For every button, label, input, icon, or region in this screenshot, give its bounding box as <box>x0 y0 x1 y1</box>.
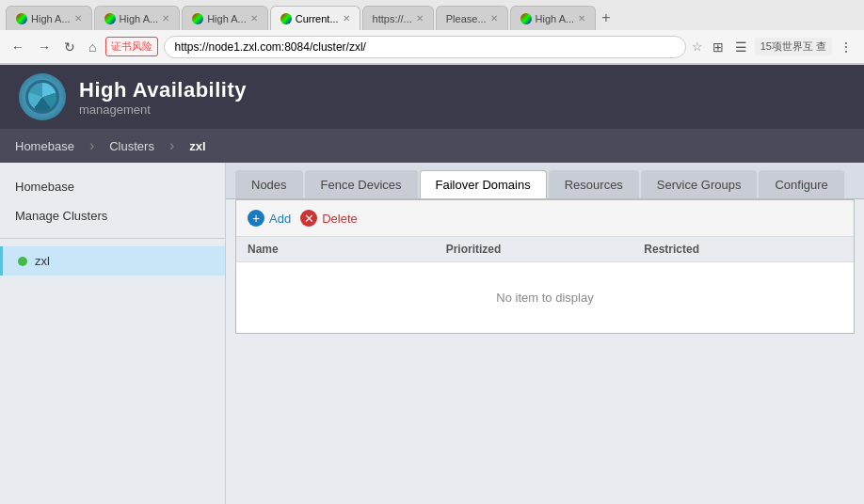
app-subtitle: management <box>79 102 151 117</box>
content-panel: + Add ✕ Delete Name Prioritized Restrict… <box>235 199 855 334</box>
app-logo <box>19 73 66 120</box>
column-restricted: Restricted <box>644 243 842 256</box>
forward-button[interactable]: → <box>34 38 55 56</box>
app-header: High Availability management <box>0 65 864 129</box>
add-icon: + <box>248 210 264 227</box>
tab-nodes[interactable]: Nodes <box>235 170 303 198</box>
table-header: Name Prioritized Restricted <box>236 237 854 262</box>
delete-label: Delete <box>322 212 358 226</box>
delete-button[interactable]: ✕ Delete <box>300 210 358 227</box>
tab-resources[interactable]: Resources <box>549 170 639 198</box>
tab-configure[interactable]: Configure <box>759 170 843 198</box>
sidebar-item-homebase[interactable]: Homebase <box>0 172 225 201</box>
tab-fence-devices[interactable]: Fence Devices <box>305 170 418 198</box>
browser-chrome: High A... ✕ High A... ✕ High A... ✕ Curr… <box>0 0 864 65</box>
new-tab-button[interactable]: + <box>598 9 614 26</box>
action-bar: + Add ✕ Delete <box>236 200 854 237</box>
nav-breadcrumb: Homebase › Clusters › zxl <box>0 129 864 163</box>
sidebar-item-manage-clusters[interactable]: Manage Clusters <box>0 201 225 230</box>
menu-icon[interactable]: ⋮ <box>836 38 856 56</box>
add-label: Add <box>269 212 291 226</box>
tab-bar: High A... ✕ High A... ✕ High A... ✕ Curr… <box>0 0 864 30</box>
tab-close-4[interactable]: ✕ <box>343 13 350 24</box>
sidebar-divider <box>0 238 225 239</box>
column-name: Name <box>248 243 446 256</box>
cluster-name: zxl <box>35 254 50 268</box>
app-title-text: High Availability <box>79 78 247 102</box>
tab-4[interactable]: Current... ✕ <box>270 6 360 30</box>
table-empty-message: No item to display <box>236 262 854 333</box>
tab-6[interactable]: Please... ✕ <box>436 6 508 30</box>
tab-close-5[interactable]: ✕ <box>416 13 424 24</box>
tab-service-groups[interactable]: Service Groups <box>641 170 758 198</box>
toolbar-icons: ⊞ ☰ 15项世界互 查 ⋮ <box>709 38 856 56</box>
profile-icon[interactable]: ☰ <box>731 38 751 56</box>
tab-7[interactable]: High A... ✕ <box>510 6 597 30</box>
delete-icon: ✕ <box>300 210 317 227</box>
cert-warning[interactable]: 证书风险 <box>105 37 158 56</box>
column-prioritized: Prioritized <box>446 243 645 256</box>
tab-navigation: Nodes Fence Devices Failover Domains Res… <box>226 163 864 199</box>
home-button[interactable]: ⌂ <box>85 38 100 56</box>
tab-close-6[interactable]: ✕ <box>490 13 498 24</box>
breadcrumb-zxl[interactable]: zxl <box>174 129 220 163</box>
tab-1[interactable]: High A... ✕ <box>6 6 92 30</box>
tab-2[interactable]: High A... ✕ <box>94 6 181 30</box>
tab-close-7[interactable]: ✕ <box>578 13 585 24</box>
address-bar: ← → ↻ ⌂ 证书风险 ☆ ⊞ ☰ 15项世界互 查 ⋮ <box>0 30 864 64</box>
browser-info: 15项世界互 查 <box>755 38 832 55</box>
main-content: Homebase Manage Clusters zxl Nodes Fence… <box>0 163 864 504</box>
back-button[interactable]: ← <box>8 38 28 56</box>
cluster-status-dot <box>18 257 27 266</box>
tab-5[interactable]: https://... ✕ <box>362 6 434 30</box>
bookmark-icon[interactable]: ☆ <box>692 39 703 54</box>
app-title: High Availability management <box>79 78 247 117</box>
address-input[interactable] <box>164 36 685 58</box>
extensions-icon[interactable]: ⊞ <box>709 38 728 56</box>
tab-close-1[interactable]: ✕ <box>74 13 82 24</box>
reload-button[interactable]: ↻ <box>60 38 79 56</box>
tab-3[interactable]: High A... ✕ <box>182 6 268 30</box>
tab-close-2[interactable]: ✕ <box>162 13 169 24</box>
add-button[interactable]: + Add <box>248 210 291 227</box>
sidebar-cluster-zxl[interactable]: zxl <box>0 246 225 276</box>
breadcrumb-homebase[interactable]: Homebase <box>0 129 89 163</box>
sidebar: Homebase Manage Clusters zxl <box>0 163 226 504</box>
content-area: Nodes Fence Devices Failover Domains Res… <box>226 163 864 504</box>
tab-close-3[interactable]: ✕ <box>250 13 258 24</box>
breadcrumb-clusters[interactable]: Clusters <box>94 129 169 163</box>
tab-failover-domains[interactable]: Failover Domains <box>420 170 547 198</box>
